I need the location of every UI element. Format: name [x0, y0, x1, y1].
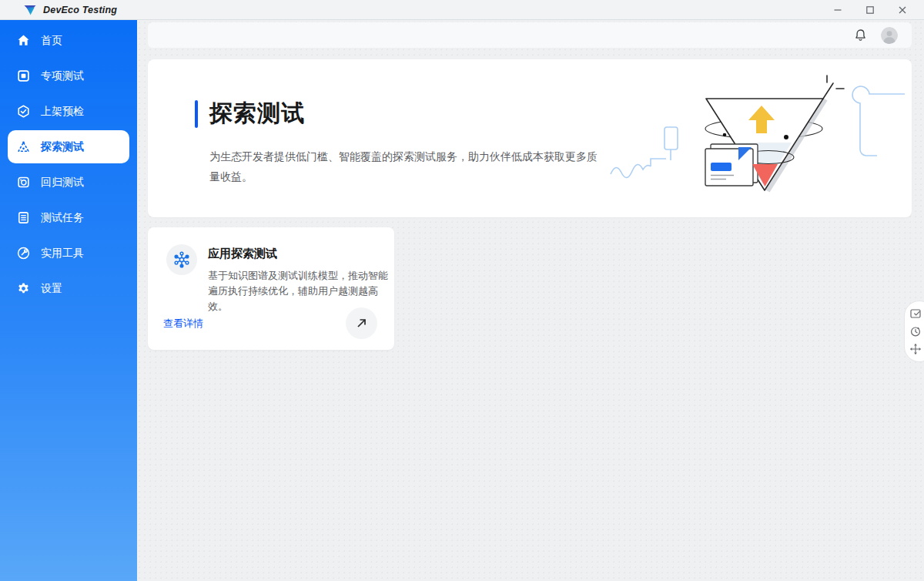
- page-title: 探索测试: [209, 98, 305, 129]
- close-icon[interactable]: [896, 4, 909, 16]
- hero-banner: 探索测试 为生态开发者提供低门槛、智能覆盖的探索测试服务，助力伙伴低成本获取更多…: [148, 59, 912, 217]
- utility-tools-icon: [17, 247, 30, 260]
- sidebar-nav: 首页专项测试上架预检探索测试回归测试测试任务实用工具设置: [0, 20, 137, 581]
- history-icon[interactable]: [909, 325, 922, 338]
- sidebar-item-special-test[interactable]: 专项测试: [8, 59, 129, 92]
- sidebar-item-label: 设置: [41, 282, 62, 296]
- shelf-precheck-icon: [17, 105, 30, 118]
- sidebar-item-regression-test[interactable]: 回归测试: [8, 166, 129, 199]
- page-description: 为生态开发者提供低门槛、智能覆盖的探索测试服务，助力伙伴低成本获取更多质量收益。: [209, 146, 598, 186]
- window-controls: [832, 4, 915, 16]
- special-test-icon: [17, 69, 30, 82]
- top-bar: [148, 22, 912, 48]
- app-title: DevEco Testing: [43, 5, 117, 15]
- sidebar-item-explore-test[interactable]: 探索测试: [8, 130, 129, 163]
- sidebar-item-shelf-precheck[interactable]: 上架预检: [8, 95, 129, 128]
- sidebar-item-label: 实用工具: [41, 247, 84, 260]
- sidebar-item-label: 上架预检: [41, 105, 84, 119]
- feedback-icon[interactable]: [909, 307, 922, 320]
- sidebar-item-test-task[interactable]: 测试任务: [8, 201, 129, 234]
- sidebar-item-label: 回归测试: [41, 176, 84, 190]
- sidebar-item-utility-tools[interactable]: 实用工具: [8, 237, 129, 270]
- explore-test-icon: [17, 140, 30, 153]
- regression-test-icon: [17, 176, 30, 189]
- main-content: 探索测试 为生态开发者提供低门槛、智能覆盖的探索测试服务，助力伙伴低成本获取更多…: [137, 20, 924, 581]
- settings-icon: [17, 282, 30, 295]
- maximize-icon[interactable]: [864, 4, 876, 16]
- deveco-logo-icon: [23, 3, 37, 17]
- move-icon[interactable]: [909, 343, 922, 355]
- title-bar: DevEco Testing: [0, 0, 924, 20]
- view-details-link[interactable]: 查看详情: [163, 317, 203, 331]
- sidebar-item-label: 探索测试: [41, 140, 84, 154]
- minimize-icon[interactable]: [832, 4, 844, 16]
- feature-card-explore-test[interactable]: 应用探索测试 基于知识图谱及测试训练模型，推动智能遍历执行持续优化，辅助用户越测…: [148, 227, 394, 350]
- sidebar-item-settings[interactable]: 设置: [8, 272, 129, 305]
- bell-icon[interactable]: [854, 29, 867, 42]
- test-task-icon: [17, 211, 30, 224]
- home-icon: [17, 34, 30, 47]
- accent-bar: [195, 100, 198, 128]
- arrow-up-right-icon[interactable]: [346, 307, 377, 339]
- floating-toolbar: [904, 301, 924, 362]
- card-title: 应用探索测试: [208, 247, 390, 261]
- avatar[interactable]: [881, 27, 898, 44]
- sidebar-item-label: 测试任务: [41, 211, 84, 225]
- sidebar-item-home[interactable]: 首页: [8, 24, 129, 57]
- sidebar-item-label: 首页: [41, 34, 62, 48]
- sidebar-item-label: 专项测试: [41, 69, 84, 83]
- knowledge-graph-icon: [166, 244, 197, 275]
